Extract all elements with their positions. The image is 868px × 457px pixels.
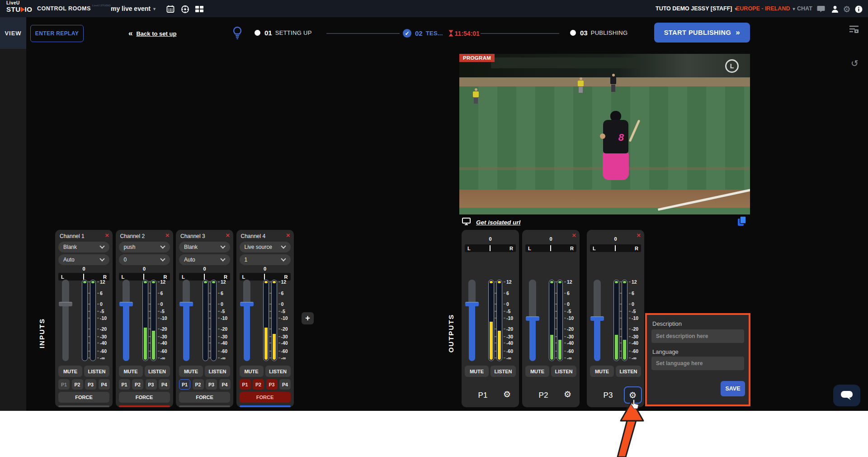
mute-button[interactable]: MUTE [119,366,143,377]
tips-lightbulb-icon[interactable] [232,26,243,42]
pan-value: 0 [522,236,580,242]
description-input[interactable] [651,329,744,343]
meter-scale-label: -60 [632,348,638,354]
mute-button[interactable]: MUTE [465,366,489,377]
force-button[interactable]: FORCE [119,392,170,403]
event-name-dropdown[interactable]: my live event▾ [111,0,156,17]
volume-fader[interactable] [123,280,130,361]
assign-p2-button[interactable]: P2 [72,379,83,390]
volume-fader[interactable] [243,280,250,361]
fader-handle[interactable] [179,302,193,306]
assign-p3-button[interactable]: P3 [206,379,217,390]
copy-icon[interactable] [737,216,747,228]
calendar-icon[interactable] [165,4,175,14]
channel-source-select[interactable]: Blank [58,242,109,252]
meter-ticks [504,280,505,361]
channel-source-select[interactable]: push [119,242,170,252]
add-channel-button[interactable]: + [302,312,314,324]
assign-p1-button[interactable]: P1 [179,379,190,390]
assign-p2-button[interactable]: P2 [193,379,204,390]
close-channel-button[interactable]: × [226,232,230,238]
assign-p1-button[interactable]: P1 [240,379,251,390]
meter-scale-label: -∞ [506,355,511,361]
meter-zone: 1260-5-10-20-30-40-60-∞ [522,280,580,361]
fader-handle[interactable] [240,302,254,306]
layout-grid-icon[interactable] [194,4,204,14]
region-dropdown[interactable]: EUROPE - IRELAND▾ [736,0,795,17]
user-menu[interactable]: TUTO DEMO JESSY [STAFF]▾ [656,0,737,17]
media-queue-icon[interactable] [849,25,859,36]
output-settings-button[interactable]: ⚙ [564,390,571,399]
mute-button[interactable]: MUTE [525,366,549,377]
meter-scale-label: -60 [567,348,574,354]
listen-button[interactable]: LISTEN [145,366,170,377]
chat-label[interactable]: CHAT [797,0,812,17]
assign-p3-button[interactable]: P3 [85,379,96,390]
listen-button[interactable]: LISTEN [265,366,291,377]
get-isolated-url-link[interactable]: Get isolated url [476,219,520,226]
assign-p1-button[interactable]: P1 [119,379,130,390]
output-settings-button[interactable]: ⚙ [503,390,511,399]
listen-button[interactable]: LISTEN [616,366,641,377]
assign-p3-button[interactable]: P3 [266,379,278,390]
force-button[interactable]: FORCE [240,392,291,403]
assign-p4-button[interactable]: P4 [159,379,170,390]
channel-mode-select[interactable]: 1 [240,254,291,265]
volume-fader[interactable] [183,280,190,361]
enter-replay-button[interactable]: ENTER REPLAY [30,25,84,42]
control-room-icon[interactable] [180,4,190,14]
start-publishing-button[interactable]: START PUBLISHING » [654,23,750,43]
mute-button[interactable]: MUTE [240,366,264,377]
support-chat-button[interactable] [833,385,860,406]
meter-ticks [278,280,280,361]
listen-button[interactable]: LISTEN [551,366,576,377]
fader-handle[interactable] [590,316,604,321]
chat-bubble-icon[interactable] [816,4,826,14]
fader-handle[interactable] [526,316,539,321]
mute-button[interactable]: MUTE [179,366,203,377]
volume-fader[interactable] [62,280,69,361]
volume-fader[interactable] [594,280,601,361]
listen-button[interactable]: LISTEN [491,366,516,377]
assign-p4-button[interactable]: P4 [219,379,231,390]
listen-button[interactable]: LISTEN [84,366,109,377]
fader-handle[interactable] [465,302,479,306]
channel-mode-select[interactable]: Auto [179,254,230,265]
pan-slider[interactable]: LR [525,244,576,252]
close-channel-button[interactable]: × [105,232,109,238]
channel-source-select[interactable]: Blank [179,242,230,252]
settings-gear-icon[interactable]: ⚙ [842,4,852,14]
language-input[interactable] [651,357,744,370]
mute-button[interactable]: MUTE [590,366,614,377]
fader-handle[interactable] [119,302,133,306]
channel-mode-select[interactable]: 0 [119,254,170,265]
listen-button[interactable]: LISTEN [205,366,230,377]
liveu-studio-logo[interactable]: LiveU STUIO [6,1,32,13]
volume-fader[interactable] [468,280,476,361]
close-channel-button[interactable]: × [286,232,290,238]
nav-control-rooms[interactable]: CONTROL ROOMS [37,0,91,17]
volume-fader[interactable] [529,280,536,361]
sidebar-view-tab[interactable]: VIEW [0,17,26,49]
mute-button[interactable]: MUTE [58,366,82,377]
undo-icon[interactable]: ↺ [851,58,859,69]
assign-p4-button[interactable]: P4 [279,379,291,390]
pan-slider[interactable]: LR [465,244,516,252]
force-button[interactable]: FORCE [179,392,230,403]
assign-p4-button[interactable]: P4 [99,379,110,390]
info-icon[interactable] [854,4,863,14]
save-button[interactable]: SAVE [721,381,745,396]
assign-p2-button[interactable]: P2 [253,379,264,390]
channel-mode-select[interactable]: Auto [58,254,109,265]
assign-p3-button[interactable]: P3 [146,379,157,390]
channel-source-select[interactable]: Live source [240,242,291,252]
meter-scale: 1260-5-10-20-30-40-60-∞ [160,280,173,361]
pan-slider[interactable]: LR [590,244,641,252]
assign-p2-button[interactable]: P2 [132,379,143,390]
back-to-setup-link[interactable]: « Back to set up [128,29,176,38]
fader-handle[interactable] [59,302,72,306]
force-button[interactable]: FORCE [58,392,109,403]
user-profile-icon[interactable] [830,4,840,14]
close-channel-button[interactable]: × [165,232,170,238]
assign-p1-button[interactable]: P1 [58,379,70,390]
